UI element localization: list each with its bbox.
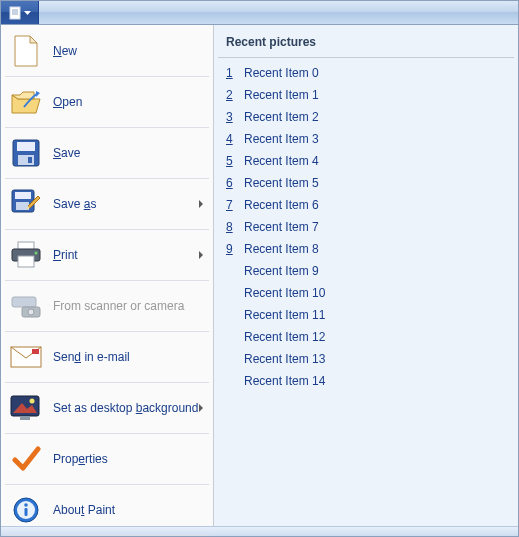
recent-item[interactable]: Recent Item 9: [218, 260, 514, 282]
recent-item[interactable]: 4Recent Item 3: [218, 128, 514, 150]
menu-label: From scanner or camera: [53, 299, 205, 313]
svg-point-23: [28, 309, 34, 315]
menu-item-save[interactable]: Save: [1, 129, 213, 177]
checkmark-icon: [9, 442, 43, 476]
recent-item[interactable]: 1Recent Item 0: [218, 62, 514, 84]
menu-item-print[interactable]: Print: [1, 231, 213, 279]
menu-separator: [5, 382, 209, 383]
menu-separator: [5, 535, 209, 536]
recent-item-label: Recent Item 2: [244, 110, 506, 124]
menu-item-new[interactable]: New: [1, 27, 213, 75]
recent-item-label: Recent Item 0: [244, 66, 506, 80]
app-menu-panel: New Open: [1, 25, 518, 526]
recent-item[interactable]: 8Recent Item 7: [218, 216, 514, 238]
menu-item-email[interactable]: Send in e-mail: [1, 333, 213, 381]
recent-item-number: 3: [226, 110, 244, 124]
menu-item-wallpaper[interactable]: Set as desktop background: [1, 384, 213, 432]
recent-item-number: 4: [226, 132, 244, 146]
svg-rect-9: [17, 142, 35, 151]
menu-label: Open: [53, 95, 205, 109]
recent-item-label: Recent Item 6: [244, 198, 506, 212]
info-icon: [9, 493, 43, 527]
recent-item[interactable]: 9Recent Item 8: [218, 238, 514, 260]
menu-separator: [5, 178, 209, 179]
recent-item-number: 6: [226, 176, 244, 190]
svg-marker-4: [24, 11, 31, 15]
recent-item-number: 2: [226, 88, 244, 102]
recent-item-label: Recent Item 3: [244, 132, 506, 146]
recent-item-label: Recent Item 12: [244, 330, 506, 344]
recent-item-label: Recent Item 1: [244, 88, 506, 102]
recent-item[interactable]: Recent Item 11: [218, 304, 514, 326]
menu-label: About Paint: [53, 503, 205, 517]
menu-separator: [5, 76, 209, 77]
menu-label: Save: [53, 146, 205, 160]
menu-label: New: [53, 44, 205, 58]
recent-item-number: 1: [226, 66, 244, 80]
recent-item[interactable]: 6Recent Item 5: [218, 172, 514, 194]
new-file-icon: [9, 34, 43, 68]
svg-rect-13: [15, 192, 31, 199]
recent-item[interactable]: Recent Item 10: [218, 282, 514, 304]
recent-item[interactable]: Recent Item 13: [218, 348, 514, 370]
svg-marker-6: [30, 36, 37, 43]
svg-rect-33: [25, 508, 28, 516]
svg-point-20: [35, 252, 38, 255]
svg-rect-11: [28, 157, 32, 163]
save-floppy-icon: [9, 136, 43, 170]
dropdown-arrow-icon: [24, 11, 31, 15]
svg-rect-25: [32, 349, 39, 354]
menu-label: Send in e-mail: [53, 350, 205, 364]
recent-item-label: Recent Item 9: [244, 264, 506, 278]
email-icon: [9, 340, 43, 374]
recent-item-label: Recent Item 11: [244, 308, 506, 322]
svg-rect-19: [18, 256, 34, 267]
recent-item-label: Recent Item 4: [244, 154, 506, 168]
recent-item-label: Recent Item 7: [244, 220, 506, 234]
svg-rect-29: [20, 416, 30, 420]
open-folder-icon: [9, 85, 43, 119]
menu-label: Save as: [53, 197, 199, 211]
menu-item-about[interactable]: About Paint: [1, 486, 213, 534]
recent-item-number: 9: [226, 242, 244, 256]
scanner-camera-icon: [9, 289, 43, 323]
menu-item-properties[interactable]: Properties: [1, 435, 213, 483]
menu-separator: [5, 229, 209, 230]
recent-item-label: Recent Item 5: [244, 176, 506, 190]
recent-item-label: Recent Item 8: [244, 242, 506, 256]
menu-left-column: New Open: [1, 25, 214, 526]
submenu-arrow-icon: [199, 251, 203, 259]
submenu-arrow-icon: [199, 200, 203, 208]
svg-marker-7: [36, 91, 40, 97]
menu-separator: [5, 331, 209, 332]
menu-item-open[interactable]: Open: [1, 78, 213, 126]
svg-point-28: [30, 399, 35, 404]
save-as-icon: [9, 187, 43, 221]
recent-item[interactable]: 2Recent Item 1: [218, 84, 514, 106]
recent-panel: Recent pictures 1Recent Item 02Recent It…: [214, 25, 518, 526]
menu-separator: [5, 127, 209, 128]
menu-item-save-as[interactable]: Save as: [1, 180, 213, 228]
menu-separator: [5, 484, 209, 485]
recent-item[interactable]: 7Recent Item 6: [218, 194, 514, 216]
title-bar: [1, 1, 518, 25]
submenu-arrow-icon: [199, 404, 203, 412]
recent-item-label: Recent Item 10: [244, 286, 506, 300]
printer-icon: [9, 238, 43, 272]
recent-item[interactable]: 5Recent Item 4: [218, 150, 514, 172]
menu-label: Set as desktop background: [53, 401, 199, 415]
recent-item-label: Recent Item 14: [244, 374, 506, 388]
recent-item[interactable]: Recent Item 14: [218, 370, 514, 392]
recent-item-number: 7: [226, 198, 244, 212]
menu-item-scanner: From scanner or camera: [1, 282, 213, 330]
svg-point-32: [24, 503, 28, 507]
desktop-background-icon: [9, 391, 43, 425]
recent-item-number: 8: [226, 220, 244, 234]
menu-separator: [5, 433, 209, 434]
recent-item-label: Recent Item 13: [244, 352, 506, 366]
recent-item[interactable]: 3Recent Item 2: [218, 106, 514, 128]
recent-item[interactable]: Recent Item 12: [218, 326, 514, 348]
svg-rect-0: [10, 7, 20, 19]
recent-header: Recent pictures: [218, 33, 514, 58]
app-menu-button[interactable]: [1, 1, 39, 24]
